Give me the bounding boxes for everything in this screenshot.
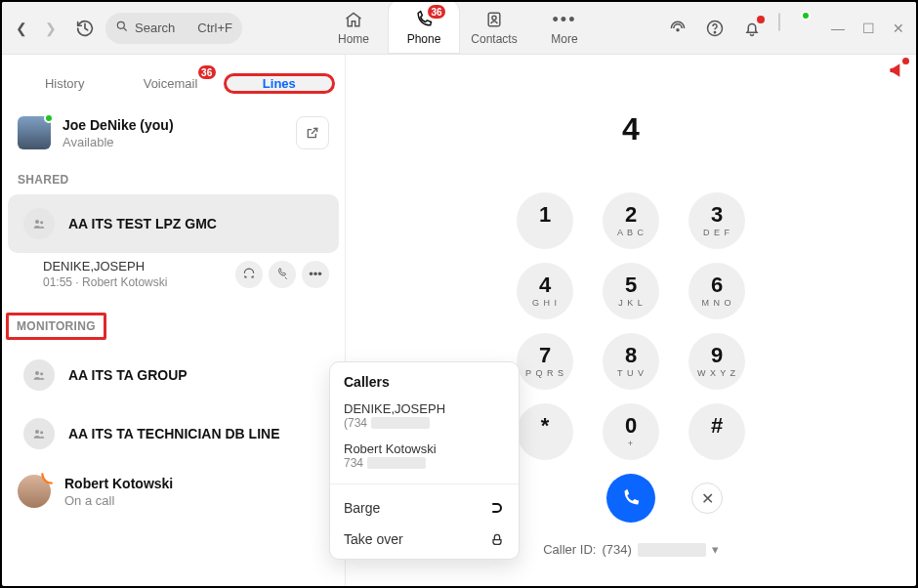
- profile-avatar[interactable]: [778, 14, 808, 43]
- group-avatar-icon: [23, 418, 55, 449]
- keypad-7[interactable]: 7P Q R S: [517, 333, 573, 390]
- keypad-hash[interactable]: #: [688, 403, 745, 460]
- keypad-5[interactable]: 5J K L: [603, 263, 659, 319]
- window-minimize-button[interactable]: —: [831, 21, 845, 36]
- subtab-history[interactable]: History: [12, 68, 117, 99]
- search-icon: [115, 20, 129, 36]
- section-monitoring-label: MONITORING: [6, 313, 106, 340]
- keypad-6[interactable]: 6M N O: [688, 263, 745, 319]
- monitoring-line-name: AA ITS TA GROUP: [68, 367, 188, 383]
- more-icon: •••: [553, 10, 577, 29]
- presence-dot-icon: [801, 11, 811, 21]
- contact-status: On a call: [64, 493, 173, 508]
- svg-point-6: [714, 31, 715, 32]
- caller-id-redacted: [638, 543, 706, 557]
- keypad-1[interactable]: 1: [517, 192, 573, 249]
- window-close-button[interactable]: ✕: [893, 21, 904, 36]
- call-action-more-button[interactable]: •••: [302, 261, 329, 288]
- contact-line-item[interactable]: Robert Kotowski On a call: [2, 463, 345, 520]
- subtab-lines-label: Lines: [263, 76, 296, 91]
- popover-caller-name: DENIKE,JOSEPH: [344, 401, 505, 416]
- active-call-row[interactable]: DENIKE,JOSEPH 01:55 · Robert Kotowski ••…: [2, 253, 345, 299]
- popout-button[interactable]: [296, 116, 329, 149]
- nav-back-button[interactable]: ❮: [16, 21, 27, 36]
- popover-caller-entry[interactable]: Robert Kotowski 734: [330, 436, 519, 476]
- popover-takeover-button[interactable]: Take over: [330, 524, 519, 555]
- keypad-4[interactable]: 4G H I: [517, 263, 573, 319]
- notification-dot-icon: [757, 16, 765, 23]
- phone-badge: 36: [428, 5, 445, 19]
- tab-phone-label: Phone: [407, 32, 441, 46]
- search-input[interactable]: Search Ctrl+F: [105, 13, 242, 44]
- self-line-row[interactable]: Joe DeNike (you) Available: [2, 105, 345, 155]
- svg-point-3: [492, 16, 496, 20]
- svg-line-1: [124, 28, 127, 31]
- self-status: Available: [63, 135, 174, 149]
- history-icon[interactable]: [74, 18, 96, 39]
- tab-contacts-label: Contacts: [471, 32, 517, 46]
- popover-caller-entry[interactable]: DENIKE,JOSEPH (734: [330, 396, 519, 436]
- svg-point-8: [40, 221, 43, 224]
- tab-home[interactable]: Home: [318, 2, 389, 54]
- popover-barge-button[interactable]: Barge: [330, 492, 519, 524]
- keypad-8[interactable]: 8T U V: [603, 333, 659, 390]
- active-call-caller: DENIKE,JOSEPH: [43, 259, 167, 273]
- dial-keypad: 1 2A B C 3D E F 4G H I 5J K L 6M N O 7P …: [507, 192, 755, 464]
- voicemail-badge: 36: [198, 65, 216, 79]
- svg-point-7: [35, 220, 39, 224]
- monitoring-line-item[interactable]: AA ITS TA TECHNICIAN DB LINE: [8, 404, 339, 463]
- section-shared-label: SHARED: [2, 155, 345, 194]
- shared-line-name: AA ITS TEST LPZ GMC: [68, 216, 217, 231]
- subtab-voicemail[interactable]: Voicemail 36: [117, 68, 223, 99]
- svg-point-12: [40, 431, 43, 434]
- keypad-star[interactable]: *: [517, 403, 573, 460]
- tab-phone[interactable]: 36 Phone: [389, 2, 459, 54]
- self-name: Joe DeNike (you): [63, 117, 174, 133]
- dialed-number: 4: [622, 111, 640, 147]
- keypad-0[interactable]: 0+: [603, 403, 659, 460]
- caller-id-dropdown-icon[interactable]: ▾: [712, 542, 719, 557]
- svg-point-11: [35, 430, 39, 434]
- svg-point-4: [677, 28, 679, 30]
- keypad-2[interactable]: 2A B C: [603, 192, 659, 249]
- takeover-icon: [489, 531, 505, 547]
- group-avatar-icon: [23, 208, 55, 239]
- keypad-9[interactable]: 9W X Y Z: [688, 333, 745, 390]
- takeover-label: Take over: [344, 531, 403, 547]
- search-placeholder: Search: [135, 21, 175, 35]
- tab-more-label: More: [551, 32, 577, 46]
- call-action-listen-button[interactable]: [235, 261, 263, 288]
- svg-point-10: [40, 372, 43, 375]
- shared-line-item[interactable]: AA ITS TEST LPZ GMC: [8, 194, 339, 253]
- monitoring-line-item[interactable]: AA ITS TA GROUP: [8, 346, 339, 404]
- search-shortcut: Ctrl+F: [197, 21, 232, 35]
- caller-id-value: (734): [602, 542, 631, 557]
- redacted-number: [367, 457, 426, 469]
- backspace-button[interactable]: ✕: [691, 483, 723, 514]
- barge-label: Barge: [344, 500, 380, 516]
- help-icon[interactable]: [704, 18, 726, 39]
- devices-icon[interactable]: [667, 18, 688, 39]
- svg-point-9: [35, 371, 39, 375]
- subtab-history-label: History: [45, 76, 84, 91]
- popover-caller-name: Robert Kotowski: [344, 441, 505, 456]
- notifications-icon[interactable]: [741, 18, 763, 39]
- popover-title: Callers: [330, 374, 519, 396]
- tab-more[interactable]: ••• More: [529, 2, 600, 54]
- active-call-meta: 01:55 · Robert Kotowski: [43, 275, 167, 289]
- subtab-voicemail-label: Voicemail: [144, 76, 198, 91]
- monitoring-line-name: AA ITS TA TECHNICIAN DB LINE: [68, 426, 279, 441]
- call-button[interactable]: [606, 474, 655, 523]
- tab-contacts[interactable]: Contacts: [459, 2, 529, 54]
- announcement-dot-icon: [902, 58, 909, 64]
- announcement-icon[interactable]: [887, 61, 906, 80]
- callers-popover: Callers DENIKE,JOSEPH (734 Robert Kotows…: [329, 361, 520, 560]
- nav-forward-button[interactable]: ❯: [45, 21, 57, 36]
- subtab-lines[interactable]: Lines: [224, 73, 335, 94]
- keypad-3[interactable]: 3D E F: [688, 192, 745, 249]
- presence-dot-icon: [44, 113, 54, 123]
- caller-id-label: Caller ID:: [543, 542, 596, 557]
- window-maximize-button[interactable]: ☐: [862, 21, 875, 36]
- call-action-whisper-button[interactable]: [269, 261, 296, 288]
- on-call-indicator-icon: [40, 472, 54, 485]
